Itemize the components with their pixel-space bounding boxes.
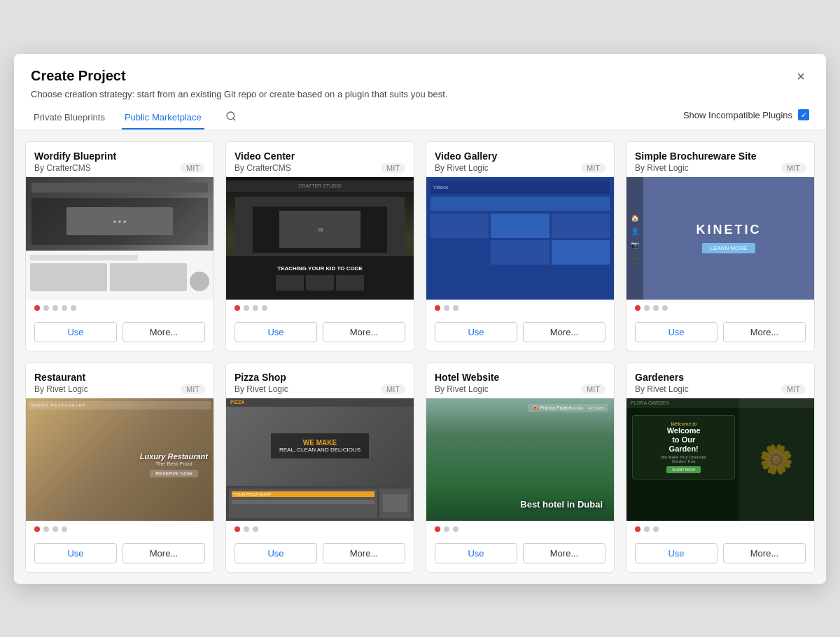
dots-gardeners <box>626 521 814 538</box>
card-actions-gardeners: Use More... <box>626 538 814 572</box>
card-restaurant: Restaurant By Rivet Logic MIT GRINO REST… <box>25 363 214 573</box>
dot-2 <box>444 526 449 532</box>
card-preview-restaurant: GRINO RESTAURANT Luxury Restaurant The B… <box>26 398 214 521</box>
use-video-center-button[interactable]: Use <box>234 322 317 342</box>
card-preview-gardeners: FLORA GARDEN 🌼 Welcome to Welcometo OurG… <box>626 398 814 521</box>
use-restaurant-button[interactable]: Use <box>34 543 117 564</box>
dot-4 <box>662 305 668 311</box>
card-info-video-gallery: Video Gallery By Rivet Logic MIT <box>426 142 614 177</box>
search-button[interactable] <box>221 108 241 127</box>
dot-1 <box>635 526 640 532</box>
card-license-pizza-shop: MIT <box>381 384 405 394</box>
card-preview-wordify: ● ● ● <box>26 177 214 300</box>
modal-title-group: Create Project <box>31 68 126 84</box>
card-author-hotel-website: By Rivet Logic <box>435 384 489 394</box>
dot-1 <box>435 526 440 532</box>
card-info-pizza-shop: Pizza Shop By Rivet Logic MIT <box>226 363 414 398</box>
card-actions-hotel-website: Use More... <box>426 538 614 572</box>
more-gardeners-button[interactable]: More... <box>723 543 806 564</box>
show-incompatible-label: Show Incompatible Plugins <box>683 110 792 120</box>
card-info-simple-brochure: Simple Brochureware Site By Rivet Logic … <box>626 142 814 177</box>
card-actions-wordify: Use More... <box>26 316 214 351</box>
card-info-wordify: Wordify Blueprint By CrafterCMS MIT <box>26 142 214 177</box>
dots-pizza-shop <box>226 521 414 538</box>
more-hotel-website-button[interactable]: More... <box>523 543 606 564</box>
dot-1 <box>234 305 240 311</box>
dots-hotel-website <box>426 521 614 538</box>
card-actions-video-center: Use More... <box>226 316 414 351</box>
card-wordify: Wordify Blueprint By CrafterCMS MIT ● ● … <box>25 141 214 351</box>
dot-3 <box>453 305 458 311</box>
card-author-gardeners: By Rivet Logic <box>635 384 689 394</box>
modal-body: Wordify Blueprint By CrafterCMS MIT ● ● … <box>14 130 826 584</box>
card-meta-simple-brochure: By Rivet Logic MIT <box>635 163 806 173</box>
card-title-video-gallery: Video Gallery <box>435 150 606 162</box>
dot-2 <box>644 526 650 532</box>
card-title-gardeners: Gardeners <box>635 372 806 383</box>
close-button[interactable]: × <box>792 68 809 85</box>
card-meta-hotel-website: By Rivet Logic MIT <box>435 384 606 394</box>
card-title-restaurant: Restaurant <box>34 372 205 383</box>
dot-1 <box>435 305 440 311</box>
card-preview-video-center: CRAFTER STUDIO 📹 TEACHING YOUR KID TO CO… <box>226 177 414 300</box>
show-incompatible-checkbox[interactable]: ✓ <box>798 109 809 120</box>
tabs-bar: Private Blueprints Public Marketplace Sh… <box>14 99 826 130</box>
use-pizza-shop-button[interactable]: Use <box>234 543 317 564</box>
more-wordify-button[interactable]: More... <box>122 322 205 342</box>
svg-line-1 <box>233 118 235 120</box>
card-actions-simple-brochure: Use More... <box>626 316 814 351</box>
more-restaurant-button[interactable]: More... <box>122 543 205 564</box>
card-simple-brochure: Simple Brochureware Site By Rivet Logic … <box>626 141 815 351</box>
modal-subtitle: Choose creation strategy: start from an … <box>14 85 826 99</box>
use-video-gallery-button[interactable]: Use <box>435 322 517 342</box>
card-title-wordify: Wordify Blueprint <box>34 150 205 162</box>
use-gardeners-button[interactable]: Use <box>635 543 718 564</box>
card-actions-restaurant: Use More... <box>26 538 214 572</box>
use-wordify-button[interactable]: Use <box>34 322 117 342</box>
dot-2 <box>444 305 449 311</box>
card-license-video-center: MIT <box>381 163 405 173</box>
card-video-gallery: Video Gallery By Rivet Logic MIT Videos <box>426 141 615 351</box>
more-video-gallery-button[interactable]: More... <box>523 322 606 342</box>
dot-1 <box>34 526 40 532</box>
use-simple-brochure-button[interactable]: Use <box>635 322 718 342</box>
card-preview-simple-brochure: 🏠 👤 📷 📞 KINETIC LEARN MORE <box>626 177 814 300</box>
card-license-restaurant: MIT <box>181 384 205 394</box>
card-author-simple-brochure: By Rivet Logic <box>635 163 689 173</box>
dot-3 <box>653 526 659 532</box>
tab-public-marketplace[interactable]: Public Marketplace <box>122 106 204 130</box>
card-gardeners: Gardeners By Rivet Logic MIT FLORA GARDE… <box>626 363 815 573</box>
create-project-modal: Create Project × Choose creation strateg… <box>14 54 826 584</box>
modal-header: Create Project × <box>14 54 826 85</box>
card-meta-video-center: By CrafterCMS MIT <box>234 163 405 173</box>
card-video-center: Video Center By CrafterCMS MIT CRAFTER S… <box>225 141 414 351</box>
blueprints-grid: Wordify Blueprint By CrafterCMS MIT ● ● … <box>25 141 815 573</box>
card-meta-wordify: By CrafterCMS MIT <box>34 163 205 173</box>
card-author-restaurant: By Rivet Logic <box>34 384 88 394</box>
dot-4 <box>62 305 67 311</box>
dot-1 <box>635 305 640 311</box>
dot-1 <box>234 526 240 532</box>
card-preview-hotel-website: 🏨 Franca Palace HOME ROOMS Best hotel in… <box>426 398 614 521</box>
card-meta-video-gallery: By Rivet Logic MIT <box>435 163 606 173</box>
more-pizza-shop-button[interactable]: More... <box>323 543 405 564</box>
card-actions-video-gallery: Use More... <box>426 316 614 351</box>
dot-4 <box>62 526 67 532</box>
filter-row: Show Incompatible Plugins ✓ <box>683 109 809 126</box>
card-author-video-center: By CrafterCMS <box>234 163 291 173</box>
dot-3 <box>453 526 458 532</box>
more-simple-brochure-button[interactable]: More... <box>723 322 806 342</box>
modal-title: Create Project <box>31 68 126 84</box>
more-video-center-button[interactable]: More... <box>323 322 405 342</box>
card-info-restaurant: Restaurant By Rivet Logic MIT <box>26 363 214 398</box>
dot-2 <box>43 526 49 532</box>
card-preview-video-gallery: Videos <box>426 177 614 300</box>
card-title-pizza-shop: Pizza Shop <box>234 372 405 383</box>
dot-4 <box>262 305 267 311</box>
tab-private-blueprints[interactable]: Private Blueprints <box>31 106 108 130</box>
dots-restaurant <box>26 521 214 538</box>
use-hotel-website-button[interactable]: Use <box>435 543 517 564</box>
dot-3 <box>52 526 58 532</box>
card-info-hotel-website: Hotel Website By Rivet Logic MIT <box>426 363 614 398</box>
card-pizza-shop: Pizza Shop By Rivet Logic MIT PIZZA WE M… <box>225 363 414 573</box>
